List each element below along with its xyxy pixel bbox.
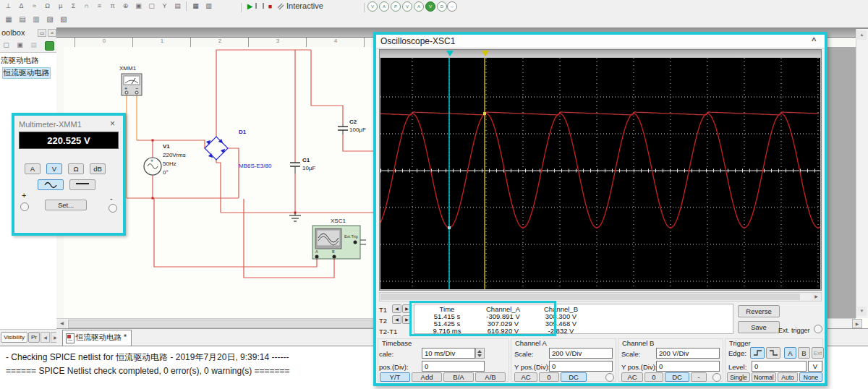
probe-icon-v-6[interactable]: V xyxy=(425,1,435,12)
instrument-toolbar-icon-1[interactable]: ▦ xyxy=(2,14,15,25)
component-toolbar-icon-14[interactable]: ▤ xyxy=(171,1,184,12)
probe-icon-d-7[interactable]: D xyxy=(437,1,447,12)
component-toolbar-icon-1[interactable]: ⊥ xyxy=(2,1,14,12)
channel-b-scale-input[interactable]: 200 V/Div xyxy=(656,348,720,359)
oscilloscope-window[interactable]: Oscilloscope-XSC1 ^ ▶ T1 ◀ ▶ T2 ◀ ▶ T2-T… xyxy=(373,32,827,386)
t1-left-button[interactable]: ◀ xyxy=(392,304,401,313)
instrument-toolbar-icon-4[interactable]: ▨ xyxy=(43,14,56,25)
component-toolbar-icon-3[interactable]: ≈ xyxy=(28,1,41,12)
component-toolbar-icon-5[interactable]: µ xyxy=(54,1,67,12)
channel-a-dc-button[interactable]: DC xyxy=(561,372,587,382)
vscroll-up-icon[interactable]: ▲ xyxy=(857,30,867,40)
hscroll-left-icon[interactable]: ◀ xyxy=(57,320,67,328)
multimeter-plus-terminal[interactable] xyxy=(20,202,29,211)
timebase-ab-button[interactable]: A/B xyxy=(475,372,506,382)
canvas-vscrollbar[interactable]: ▲ ▼ xyxy=(856,29,868,318)
timebase-scale-input[interactable]: 10 ms/Div xyxy=(422,348,475,359)
instrument-toolbar-icon-2[interactable]: ▤ xyxy=(16,14,29,25)
probe-icon-p-3[interactable]: P xyxy=(391,1,401,12)
hscroll-right-icon[interactable]: ▶ xyxy=(852,319,862,328)
multimeter-mode-v-button[interactable]: V xyxy=(46,163,62,174)
trigger-single-button[interactable]: Single xyxy=(727,372,750,382)
component-toolbar-icon-6[interactable]: Σ xyxy=(67,1,80,12)
scope-scroll-thumb[interactable] xyxy=(380,294,800,300)
timebase-yt-button[interactable]: Y/T xyxy=(380,372,410,382)
component-toolbar-icon-8[interactable]: ≡ xyxy=(93,1,106,12)
probe-settings-gear-icon[interactable]: ☼ xyxy=(447,1,457,12)
channel-b-dc-button[interactable]: DC xyxy=(665,372,689,382)
component-toolbar-icon-4[interactable]: Ω xyxy=(41,1,54,12)
probe-icon-v-4[interactable]: V xyxy=(402,1,412,12)
toolbox-float-button[interactable]: ▭ xyxy=(38,29,46,37)
trigger-source-b-button[interactable]: B xyxy=(798,347,810,359)
reverse-button[interactable]: Reverse xyxy=(738,305,780,317)
spinner-down-icon[interactable] xyxy=(477,354,482,357)
trigger-falling-edge-button[interactable] xyxy=(766,347,780,359)
tab-project[interactable]: Pr xyxy=(28,332,40,343)
cursor1-handle[interactable] xyxy=(446,51,454,56)
t2-left-button[interactable]: ◀ xyxy=(392,315,401,324)
stop-simulation-button[interactable]: ■ xyxy=(264,1,276,12)
component-xmm1[interactable]: + − xyxy=(122,74,142,95)
channel-a-scale-input[interactable]: 200 V/Div xyxy=(549,348,613,359)
trigger-none-button[interactable]: None xyxy=(799,372,822,382)
multimeter-mode-ohm-button[interactable]: Ω xyxy=(68,163,84,174)
trigger-source-ext-button[interactable]: Ext xyxy=(812,347,824,359)
instrument-toolbar-icon-5[interactable]: ▧ xyxy=(57,14,70,25)
trigger-source-a-button[interactable]: A xyxy=(784,347,796,359)
trigger-level-input[interactable]: 0 xyxy=(752,361,807,372)
component-toolbar-icon-7[interactable]: ∩ xyxy=(80,1,93,12)
goto-parent-icon[interactable] xyxy=(45,41,54,51)
channel-b-0-button[interactable]: 0 xyxy=(644,372,663,382)
tree-item-design[interactable]: 流驱动电路 xyxy=(1,56,39,66)
trigger-normal-button[interactable]: Normal xyxy=(752,372,776,382)
channel-a-ypos-input[interactable]: 0 xyxy=(549,361,613,372)
open-folder-icon[interactable]: ▣ xyxy=(14,40,25,51)
wire-orange[interactable] xyxy=(127,95,137,198)
misc-toolbar-icon-2[interactable]: ▥ xyxy=(203,1,215,12)
tree-item-sheet[interactable]: 恒流驱动电路 xyxy=(2,67,51,79)
multimeter-set-button[interactable]: Set... xyxy=(45,200,87,210)
save-button[interactable]: Save xyxy=(738,321,780,333)
multimeter-minus-terminal[interactable] xyxy=(109,204,117,213)
save-icon[interactable]: ▤ xyxy=(28,40,39,51)
timebase-xpos-input[interactable]: 0 xyxy=(422,361,485,372)
trigger-auto-button[interactable]: Auto xyxy=(778,372,798,382)
interactive-dropdown[interactable]: Interactive xyxy=(286,1,323,10)
channel-b-minus-button[interactable]: - xyxy=(691,372,707,382)
channel-b-ac-button[interactable]: AC xyxy=(621,372,643,382)
vscroll-down-icon[interactable]: ▼ xyxy=(857,307,867,316)
spinner-up-icon[interactable] xyxy=(477,350,482,353)
cursor2-handle[interactable] xyxy=(482,51,489,56)
tab-visibility[interactable]: Visibility xyxy=(1,332,27,343)
ground-symbol[interactable] xyxy=(289,213,301,221)
component-c1[interactable] xyxy=(290,163,300,174)
multimeter-close-icon[interactable]: × xyxy=(110,119,115,129)
scope-scroll-right-icon[interactable]: ▶ xyxy=(812,293,821,301)
component-v1[interactable]: + xyxy=(144,158,161,175)
multimeter-dc-button[interactable] xyxy=(69,179,95,190)
tab-scroll-left-icon[interactable]: ◀ xyxy=(41,332,50,343)
trigger-rising-edge-button[interactable] xyxy=(750,347,765,359)
component-toolbar-icon-9[interactable]: π xyxy=(106,1,119,12)
misc-toolbar-icon-1[interactable]: ▦ xyxy=(190,1,202,12)
timebase-scale-spinner[interactable] xyxy=(475,348,485,359)
timebase-add-button[interactable]: Add xyxy=(412,372,442,382)
pause-simulation-button[interactable] xyxy=(255,3,264,9)
instrument-toolbar-icon-3[interactable]: ▥ xyxy=(30,14,43,25)
channel-b-ypos-input[interactable]: 0 xyxy=(656,361,720,372)
ext-trigger-terminal[interactable] xyxy=(814,325,822,333)
timebase-ba-button[interactable]: B/A xyxy=(443,372,474,382)
toolbox-close-button[interactable]: × xyxy=(48,29,56,37)
multimeter-mode-a-button[interactable]: A xyxy=(25,163,41,174)
channel-a-ac-button[interactable]: AC xyxy=(514,372,537,382)
new-document-icon[interactable]: ▢ xyxy=(1,40,12,51)
component-c2[interactable] xyxy=(338,124,348,134)
hscroll-thumb[interactable] xyxy=(68,320,378,328)
channel-a-0-button[interactable]: 0 xyxy=(539,372,559,382)
collapse-icon[interactable]: ^ xyxy=(812,36,816,45)
trigger-level-unit[interactable]: V xyxy=(808,361,822,372)
component-xsc1[interactable]: Ext Trig A B xyxy=(312,226,366,259)
run-simulation-button[interactable]: ▶ xyxy=(244,1,256,12)
probe-icon-v-1[interactable]: V xyxy=(367,1,378,12)
